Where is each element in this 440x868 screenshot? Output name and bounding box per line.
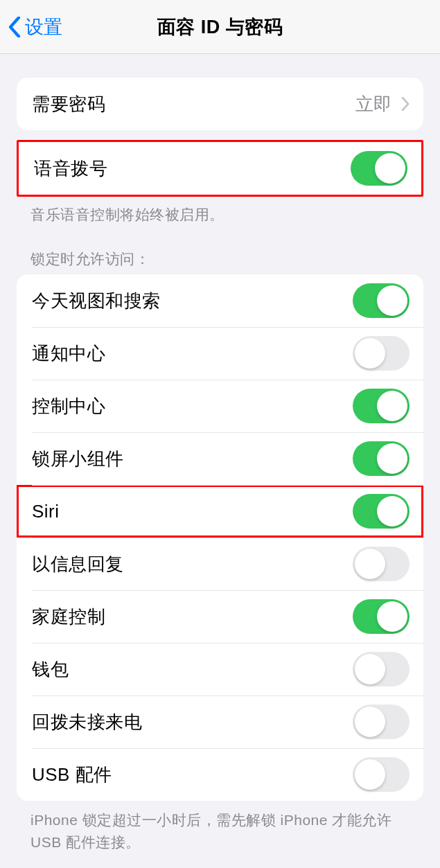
toggle-knob bbox=[377, 285, 407, 316]
voice-dial-group: 语音拨号 bbox=[17, 140, 423, 197]
require-passcode-value: 立即 bbox=[355, 92, 391, 116]
lock-row-label: 通知中心 bbox=[32, 342, 105, 366]
toggle-knob bbox=[355, 549, 385, 579]
toggle-knob bbox=[377, 443, 407, 474]
lock-row-toggle[interactable] bbox=[353, 283, 410, 318]
lock-row-label: 以信息回复 bbox=[32, 552, 124, 576]
lock-row-toggle[interactable] bbox=[353, 547, 410, 581]
toggle-knob bbox=[377, 391, 407, 421]
toggle-knob bbox=[355, 654, 385, 684]
lock-row-toggle[interactable] bbox=[353, 494, 410, 529]
back-label: 设置 bbox=[25, 15, 62, 39]
lock-row-8: 回拨未接来电 bbox=[17, 696, 423, 748]
toggle-knob bbox=[355, 338, 385, 369]
voice-dial-footnote: 音乐语音控制将始终被启用。 bbox=[30, 205, 423, 224]
lock-row-1: 通知中心 bbox=[17, 327, 423, 380]
lock-row-label: Siri bbox=[32, 501, 60, 522]
lock-row-label: 控制中心 bbox=[32, 394, 105, 418]
voice-dial-row: 语音拨号 bbox=[19, 142, 421, 195]
toggle-knob bbox=[375, 153, 405, 184]
lock-row-label: 今天视图和搜索 bbox=[32, 289, 161, 313]
toggle-knob bbox=[355, 759, 385, 790]
lock-row-5: 以信息回复 bbox=[17, 538, 423, 590]
page-title: 面容 ID 与密码 bbox=[157, 15, 283, 39]
lock-row-toggle[interactable] bbox=[353, 336, 410, 371]
lock-row-toggle[interactable] bbox=[353, 389, 410, 423]
lock-row-label: 钱包 bbox=[32, 657, 69, 682]
usb-footnote: iPhone 锁定超过一小时后，需先解锁 iPhone 才能允许 USB 配件连… bbox=[30, 809, 414, 853]
back-button[interactable]: 设置 bbox=[0, 15, 62, 39]
toggle-knob bbox=[377, 496, 407, 526]
voice-dial-toggle[interactable] bbox=[351, 151, 407, 186]
require-passcode-value-wrap: 立即 bbox=[355, 92, 410, 116]
chevron-right-icon bbox=[401, 97, 410, 111]
lock-row-label: 锁屏小组件 bbox=[32, 447, 124, 471]
require-passcode-row[interactable]: 需要密码 立即 bbox=[17, 78, 423, 130]
lock-row-3: 锁屏小组件 bbox=[17, 432, 423, 485]
header-bar: 设置 面容 ID 与密码 bbox=[0, 0, 440, 54]
lock-access-group: 今天视图和搜索通知中心控制中心锁屏小组件Siri以信息回复家庭控制钱包回拨未接来… bbox=[17, 274, 423, 801]
lock-row-4: Siri bbox=[17, 485, 423, 538]
lock-row-0: 今天视图和搜索 bbox=[17, 274, 423, 327]
toggle-knob bbox=[377, 601, 407, 632]
lock-row-label: 回拨未接来电 bbox=[32, 710, 142, 734]
lock-row-2: 控制中心 bbox=[17, 380, 423, 432]
lock-row-toggle[interactable] bbox=[353, 757, 410, 792]
lock-row-6: 家庭控制 bbox=[17, 590, 423, 643]
voice-dial-label: 语音拨号 bbox=[34, 157, 107, 181]
lock-row-9: USB 配件 bbox=[17, 748, 423, 801]
lock-row-toggle[interactable] bbox=[353, 705, 410, 739]
lock-row-toggle[interactable] bbox=[353, 599, 410, 634]
lock-row-label: USB 配件 bbox=[32, 763, 112, 787]
lock-row-label: 家庭控制 bbox=[32, 605, 105, 629]
chevron-left-icon bbox=[8, 17, 21, 37]
lock-row-toggle[interactable] bbox=[353, 652, 410, 687]
lock-row-7: 钱包 bbox=[17, 643, 423, 696]
require-passcode-group: 需要密码 立即 bbox=[17, 78, 423, 130]
lock-section-header: 锁定时允许访问： bbox=[30, 249, 423, 269]
require-passcode-label: 需要密码 bbox=[32, 92, 105, 116]
lock-row-toggle[interactable] bbox=[353, 441, 410, 476]
toggle-knob bbox=[355, 707, 385, 737]
